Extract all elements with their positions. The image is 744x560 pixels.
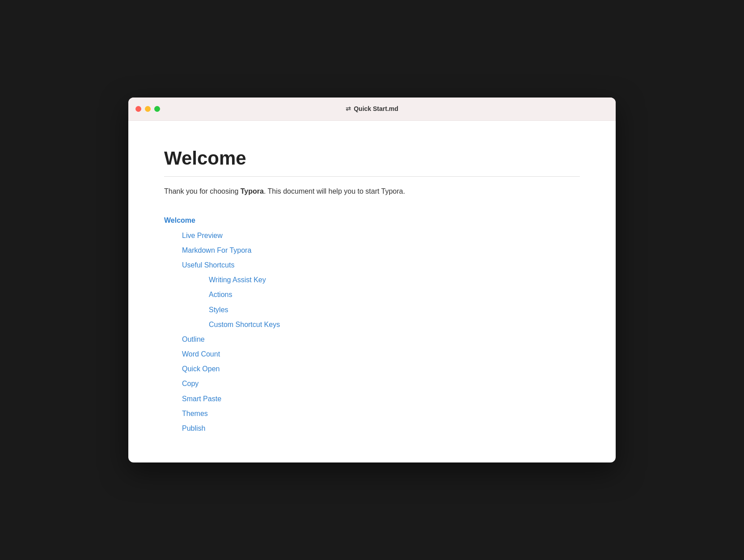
window-title: ⇄ Quick Start.md (346, 105, 398, 112)
intro-part1: Thank you for choosing (164, 187, 241, 195)
custom-shortcut-link[interactable]: Custom Shortcut Keys (164, 317, 580, 332)
themes-link[interactable]: Themes (164, 406, 580, 421)
smart-paste-link[interactable]: Smart Paste (164, 391, 580, 406)
file-icon: ⇄ (346, 105, 351, 112)
intro-part2: . This document will help you to start T… (264, 187, 405, 195)
document-content: Welcome Thank you for choosing Typora. T… (128, 121, 616, 462)
quick-open-link[interactable]: Quick Open (164, 361, 580, 376)
live-preview-link[interactable]: Live Preview (164, 228, 580, 243)
table-of-contents: WelcomeLive PreviewMarkdown For TyporaUs… (164, 213, 580, 436)
minimize-button[interactable] (145, 106, 151, 112)
close-button[interactable] (135, 106, 141, 112)
useful-shortcuts-link[interactable]: Useful Shortcuts (164, 258, 580, 272)
intro-paragraph: Thank you for choosing Typora. This docu… (164, 186, 580, 197)
intro-bold: Typora (241, 187, 264, 195)
traffic-lights (135, 106, 160, 112)
maximize-button[interactable] (154, 106, 160, 112)
markdown-link[interactable]: Markdown For Typora (164, 243, 580, 258)
app-window: ⇄ Quick Start.md Welcome Thank you for c… (128, 98, 616, 462)
publish-link[interactable]: Publish (164, 421, 580, 436)
word-count-link[interactable]: Word Count (164, 347, 580, 361)
actions-link[interactable]: Actions (164, 287, 580, 302)
copy-link[interactable]: Copy (164, 376, 580, 391)
outline-link[interactable]: Outline (164, 332, 580, 347)
writing-assist-link[interactable]: Writing Assist Key (164, 272, 580, 287)
page-title: Welcome (164, 148, 580, 177)
titlebar: ⇄ Quick Start.md (128, 98, 616, 121)
welcome-link[interactable]: Welcome (164, 213, 580, 228)
title-text: Quick Start.md (354, 105, 398, 112)
styles-link[interactable]: Styles (164, 302, 580, 317)
